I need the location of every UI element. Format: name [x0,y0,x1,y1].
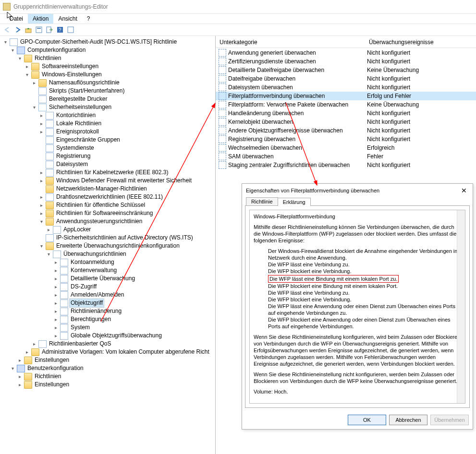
row-state: Fehler [367,153,476,160]
audit-item-icon [219,118,226,126]
up-folder-icon[interactable] [24,25,33,34]
tree-computer[interactable]: Computerkonfiguration [26,46,86,54]
explanation-textbox[interactable]: Windows-Filterplattformverbindung Mithil… [249,210,465,404]
row-label: Filterplattformverbindung überwachen [228,93,367,99]
row-label: Dateisystem überwachen [228,84,367,91]
tree-skripts[interactable]: Skripts (Start/Herunterfahren) [48,87,125,95]
properties-icon[interactable] [35,25,43,34]
list-row[interactable]: Anwendung generiert überwachenNicht konf… [216,48,476,57]
app-icon [3,3,11,11]
close-icon[interactable]: ✕ [459,187,469,194]
row-state: Erfolgreich [367,144,476,151]
tree-software[interactable]: Softwareeinstellungen [41,62,99,71]
menu-ansicht[interactable]: Ansicht [53,14,82,24]
list-row[interactable]: SAM überwachenFehler [216,152,476,161]
row-label: Anwendung generiert überwachen [228,49,367,56]
back-icon[interactable] [3,25,12,34]
tree-benutzer[interactable]: Benutzerkonfiguration [26,364,85,372]
toolbar: ? [0,24,476,36]
tree-namens[interactable]: Namensauflösungsrichtlinie [48,79,121,87]
audit-item-icon [219,58,226,65]
list-row[interactable]: Filterplattform: Verworfene Pakete überw… [216,100,476,109]
tree-drucker[interactable]: Bereitgestellte Drucker [48,95,108,103]
list-row[interactable]: Wechselmedien überwachenErfolgreich [216,143,476,152]
tree-pane[interactable]: ▾GPO-Computer-Sicherheit-Audit [WS-DC1.W… [0,36,216,454]
row-state: Nicht konfiguriert [367,49,476,56]
menubar: Datei Aktion Ansicht ? [0,14,476,24]
row-label: Detaillierte Dateifreigabe überwachen [228,67,367,73]
list-row[interactable]: Andere Objektzugriffsereignisse überwach… [216,126,476,135]
row-state: Nicht konfiguriert [367,110,476,117]
properties-dialog: Eigenschaften von Filterplattformverbind… [242,183,473,430]
audit-item-icon [219,75,226,83]
menu-help[interactable]: ? [82,14,95,24]
list-header: Unterkategorie Überwachungsereignisse [216,37,476,48]
row-state: Nicht konfiguriert [367,84,476,91]
row-state: Nicht konfiguriert [367,127,476,134]
audit-item-icon [219,92,226,100]
tree-richtlinien[interactable]: Richtlinien [34,54,62,62]
svg-rect-2 [37,28,41,29]
exp-heading: Windows-Filterplattformverbindung [254,213,461,220]
row-label: Wechselmedien überwachen [228,144,367,151]
audit-item-icon [219,135,226,143]
audit-item-icon [219,109,226,117]
highlighted-line: Die WFP lässt eine Bindung mit einem lok… [268,275,399,283]
col-events[interactable]: Überwachungsereignisse [365,37,476,48]
help-icon[interactable]: ? [56,25,64,34]
col-subcategory[interactable]: Unterkategorie [216,37,365,48]
refresh-icon[interactable] [66,25,75,34]
list-row[interactable]: Filterplattformverbindung überwachenErfo… [216,92,476,100]
export-icon[interactable] [45,25,54,34]
svg-rect-0 [25,29,31,33]
row-state: Erfolg und Fehler [367,93,476,99]
list-row[interactable]: Dateisystem überwachenNicht konfiguriert [216,83,476,92]
tree-objektzugriff[interactable]: Objektzugriff [70,299,104,307]
tab-richtlinie[interactable]: Richtlinie [246,197,278,205]
forward-icon[interactable] [13,25,22,34]
window-titlebar: Gruppenrichtlinienverwaltungs-Editor [0,0,476,14]
row-label: Handleänderung überwachen [228,110,367,117]
row-state: Nicht konfiguriert [367,58,476,65]
window-title: Gruppenrichtlinienverwaltungs-Editor [13,3,108,10]
svg-rect-1 [36,27,42,33]
list-row[interactable]: Registrierung überwachenNicht konfigurie… [216,135,476,143]
computer-icon [17,47,25,54]
audit-item-icon [219,161,226,169]
list-row[interactable]: Kernelobjekt überwachenNicht konfigurier… [216,118,476,126]
row-state: Nicht konfiguriert [367,162,476,168]
scrollbar[interactable] [457,210,465,403]
tree-windows[interactable]: Windows-Einstellungen [41,71,103,79]
row-state: Nicht konfiguriert [367,75,476,82]
audit-item-icon [219,153,226,160]
list-row[interactable]: Handleänderung überwachenNicht konfiguri… [216,109,476,118]
ok-button[interactable]: OK [348,415,386,425]
policy-icon [10,38,18,46]
row-state: Nicht konfiguriert [367,119,476,125]
apply-button[interactable]: Übernehmen [430,415,469,425]
svg-rect-6 [68,27,73,33]
row-label: Staging zentraler Zugriffsrichtlinien üb… [228,162,367,168]
audit-item-icon [219,127,226,134]
dialog-title: Eigenschaften von Filterplattformverbind… [246,188,379,193]
row-label: Zertifizierungsdienste überwachen [228,58,367,65]
row-label: Registrierung überwachen [228,136,367,143]
row-label: SAM überwachen [228,153,367,160]
audit-item-icon [219,49,226,57]
tree-root[interactable]: GPO-Computer-Sicherheit-Audit [WS-DC1.WS… [19,38,178,46]
row-label: Dateifreigabe überwachen [228,75,367,82]
row-label: Filterplattform: Verworfene Pakete überw… [228,101,367,108]
cancel-button[interactable]: Abbrechen [389,415,427,425]
row-state: Keine Überwachung [367,101,476,108]
menu-aktion[interactable]: Aktion [28,14,53,24]
row-label: Andere Objektzugriffsereignisse überwach… [228,127,367,134]
list-row[interactable]: Staging zentraler Zugriffsrichtlinien üb… [216,161,476,169]
list-row[interactable]: Zertifizierungsdienste überwachenNicht k… [216,57,476,66]
row-label: Kernelobjekt überwachen [228,119,367,125]
tab-erklaerung[interactable]: Erklärung [278,198,311,206]
tree-sicherheit[interactable]: Sicherheitseinstellungen [48,103,112,111]
svg-text:?: ? [59,27,61,33]
list-row[interactable]: Dateifreigabe überwachenNicht konfigurie… [216,74,476,83]
list-row[interactable]: Detaillierte Dateifreigabe überwachenKei… [216,66,476,74]
folder-icon [24,55,32,62]
